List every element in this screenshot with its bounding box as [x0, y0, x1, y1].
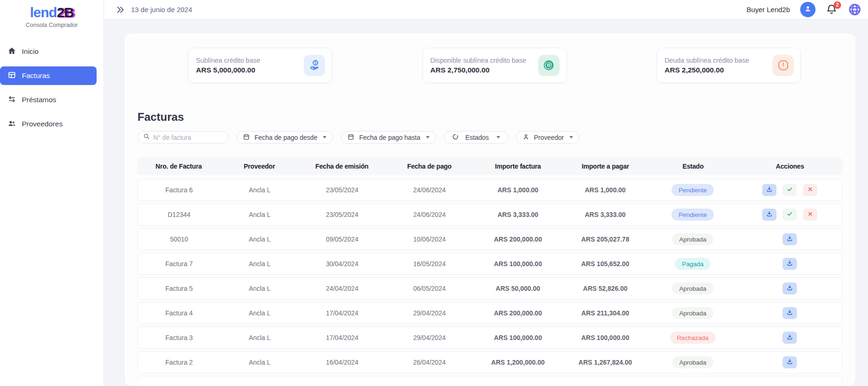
home-icon — [7, 46, 16, 57]
app-root: lend2B Consola Comprador Inicio Facturas… — [0, 0, 868, 386]
table-row: Factura 6 Ancla L 23/05/2024 24/06/2024 … — [137, 179, 842, 201]
coins-icon: $ — [538, 55, 560, 76]
download-button[interactable] — [762, 209, 777, 221]
cell-pay-date: 06/05/2024 — [385, 285, 474, 292]
transfer-arrows-icon — [7, 95, 16, 105]
cell-provider: Ancla L — [220, 260, 299, 268]
sidebar-item-label: Inicio — [22, 47, 39, 56]
approve-button[interactable] — [783, 184, 797, 196]
approve-button[interactable] — [783, 209, 797, 221]
table-row: 50010 Ancla L 09/05/2024 10/06/2024 ARS … — [137, 228, 842, 250]
search-icon — [143, 133, 150, 142]
download-button[interactable] — [783, 233, 797, 245]
sidebar-collapse-button[interactable] — [115, 5, 125, 15]
table-row-partial — [137, 376, 842, 386]
sidebar-item-inicio[interactable]: Inicio — [0, 42, 97, 61]
cell-provider: Ancla L — [220, 211, 299, 218]
cell-actions — [737, 356, 842, 368]
card-texts: Disponible sublínea crédito base ARS 2,7… — [431, 57, 526, 74]
cell-issue-date: 16/04/2024 — [299, 359, 385, 366]
cell-issue-date: 30/04/2024 — [299, 260, 385, 268]
cell-issue-date: 17/04/2024 — [299, 334, 385, 341]
brand-logo-primary: lend — [30, 5, 57, 20]
cell-pay-date: 24/06/2024 — [385, 211, 474, 218]
notifications-button[interactable]: 2 — [826, 4, 838, 16]
cell-amount: ARS 100,000.00 — [474, 260, 562, 268]
sidebar-item-facturas[interactable]: Facturas — [0, 66, 97, 85]
status-badge: Aprobada — [672, 356, 713, 368]
download-button[interactable] — [783, 332, 797, 344]
cell-pay-date: 10/06/2024 — [385, 236, 474, 243]
cell-status: Rechazada — [648, 332, 737, 344]
sidebar: lend2B Consola Comprador Inicio Facturas… — [0, 0, 104, 386]
invoices-grid-icon — [7, 71, 16, 81]
sidebar-nav: Inicio Facturas Préstamos Proveedores — [0, 42, 104, 133]
download-button[interactable] — [783, 282, 797, 294]
status-badge: Aprobada — [672, 282, 713, 294]
status-badge: Rechazada — [670, 332, 716, 344]
cell-provider: Ancla L — [220, 236, 299, 243]
cell-amount: ARS 100,000.00 — [474, 334, 562, 341]
download-icon — [786, 260, 793, 268]
sidebar-item-label: Facturas — [22, 72, 50, 80]
status-badge: Pagada — [675, 258, 711, 270]
chevron-down-icon — [323, 136, 326, 138]
chevron-down-icon — [426, 136, 430, 138]
calendar-icon — [347, 133, 354, 142]
download-icon — [766, 186, 773, 194]
card-title: Deuda sublínea crédito base — [665, 57, 749, 64]
download-button[interactable] — [762, 184, 777, 196]
status-badge: Aprobada — [672, 233, 713, 245]
status-circle-icon — [452, 133, 459, 142]
card-value: ARS 5,000,000.00 — [196, 66, 260, 74]
person-icon — [522, 133, 529, 142]
download-button[interactable] — [783, 356, 797, 368]
card-title: Disponible sublínea crédito base — [431, 57, 526, 64]
language-button[interactable] — [848, 3, 861, 16]
table-row: D12344 Ancla L 23/05/2024 24/06/2024 ARS… — [137, 203, 842, 226]
profile-avatar[interactable] — [800, 2, 816, 17]
reject-button[interactable] — [803, 209, 817, 221]
column-header: Fecha de emisión — [299, 163, 385, 170]
download-icon — [786, 358, 793, 366]
invoices-table: Nro. de Factura Proveedor Fecha de emisi… — [137, 157, 842, 386]
cell-to-pay: ARS 1,000.00 — [562, 186, 648, 194]
cell-pay-date: 24/06/2024 — [385, 186, 474, 194]
table-row: Factura 3 Ancla L 17/04/2024 29/04/2024 … — [137, 327, 842, 349]
cell-invoice: 50010 — [138, 236, 220, 243]
reject-button[interactable] — [803, 184, 817, 196]
table-row: Factura 2 Ancla L 16/04/2024 26/04/2024 … — [137, 351, 842, 373]
filter-provider[interactable]: Proveedor — [516, 131, 580, 144]
cell-status: Aprobada — [648, 282, 737, 294]
cell-provider: Ancla L — [220, 359, 299, 366]
topbar-right: Buyer Lend2b 2 — [747, 2, 861, 17]
people-icon — [7, 119, 16, 130]
download-button[interactable] — [783, 258, 797, 270]
filter-date-from[interactable]: Fecha de pago desde — [236, 131, 333, 144]
cell-provider: Ancla L — [220, 186, 299, 194]
hand-coin-icon: $ — [304, 55, 325, 76]
search-input[interactable] — [153, 134, 223, 141]
cell-invoice: Factura 5 — [138, 285, 220, 292]
cell-invoice: Factura 2 — [138, 359, 220, 366]
main-column: 13 de junio de 2024 Buyer Lend2b 2 — [104, 0, 868, 386]
cell-actions — [737, 233, 842, 245]
cell-actions — [737, 258, 842, 270]
card-texts: Deuda sublínea crédito base ARS 2,250,00… — [665, 57, 749, 74]
filter-date-to[interactable]: Fecha de pago hasta — [341, 131, 436, 144]
card-available-credit: Disponible sublínea crédito base ARS 2,7… — [423, 48, 567, 83]
cell-amount: ARS 200,000.00 — [474, 236, 562, 243]
chevron-down-icon — [496, 136, 500, 138]
cell-pay-date: 16/05/2024 — [385, 260, 474, 268]
cell-issue-date: 09/05/2024 — [299, 236, 385, 243]
download-button[interactable] — [783, 307, 797, 319]
sidebar-item-label: Préstamos — [22, 96, 56, 104]
filter-states[interactable]: Estados — [444, 131, 508, 144]
cell-to-pay: ARS 1,267,824.00 — [562, 359, 648, 366]
column-header: Proveedor — [220, 163, 299, 170]
page-title: Facturas — [137, 111, 855, 124]
sidebar-item-proveedores[interactable]: Proveedores — [0, 115, 97, 133]
cell-invoice: Factura 3 — [138, 334, 220, 341]
sidebar-item-prestamos[interactable]: Préstamos — [0, 91, 97, 109]
brand-logo-text: lend2B — [0, 5, 104, 20]
